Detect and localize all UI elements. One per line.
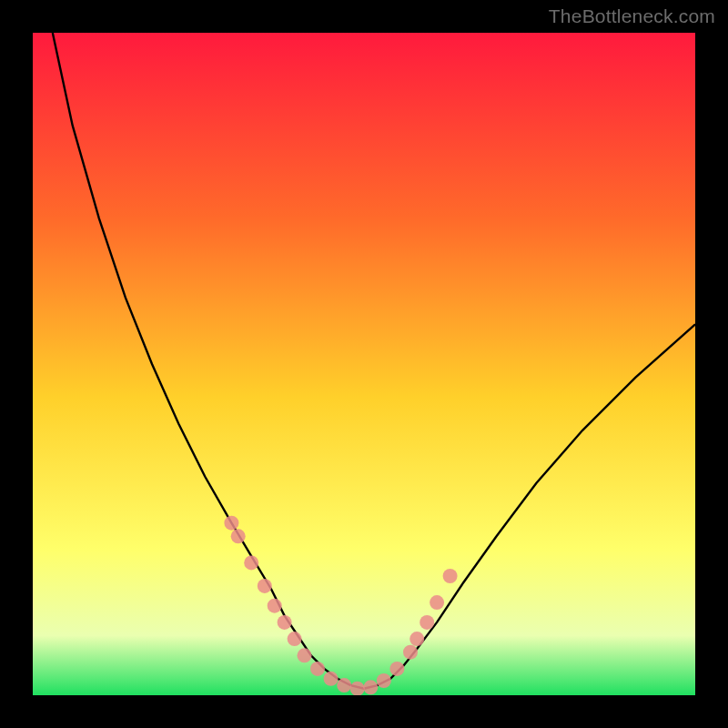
highlight-point xyxy=(278,615,292,630)
highlight-point xyxy=(389,662,404,676)
highlight-point xyxy=(288,632,302,646)
highlight-point xyxy=(420,615,434,630)
highlight-point xyxy=(244,555,258,570)
highlight-point xyxy=(443,569,458,583)
watermark-text: TheBottleneck.com xyxy=(549,5,715,27)
chart-stage: TheBottleneck.com xyxy=(0,0,728,728)
bottleneck-chart xyxy=(33,33,695,695)
highlight-point xyxy=(310,662,325,676)
highlight-point xyxy=(377,673,391,688)
highlight-point xyxy=(231,529,246,543)
highlight-point xyxy=(298,648,312,662)
highlight-point xyxy=(430,595,444,610)
highlight-point xyxy=(350,682,365,695)
highlight-point xyxy=(268,599,282,613)
gradient-background xyxy=(33,33,695,695)
highlight-point xyxy=(258,579,272,593)
highlight-point xyxy=(224,516,238,531)
highlight-point xyxy=(403,645,418,660)
highlight-point xyxy=(410,632,424,646)
highlight-point xyxy=(324,672,339,686)
plot-area xyxy=(33,33,695,695)
highlight-point xyxy=(337,678,351,693)
highlight-point xyxy=(363,680,378,694)
